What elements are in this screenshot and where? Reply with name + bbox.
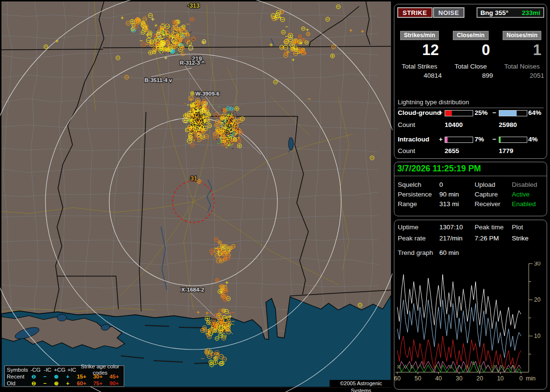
strike-speck [200,126,201,126]
strike-speck [191,122,192,123]
strike-speck [200,108,201,109]
settings-row: Range 313 mi Receiver Enabled [394,200,547,209]
strike-speck [201,106,202,107]
strike-speck [174,30,175,31]
noises-per-min-badge: Noises/min [503,31,541,40]
storm-cell-label: W-3909-6 [195,91,219,97]
strike-speck [201,110,202,111]
uptime-value: 1307:10 [439,224,463,231]
strike-speck [220,127,221,128]
strike-speck [230,139,231,140]
strike-speck [233,113,234,114]
strike-speck [229,113,230,114]
strike-speck [231,133,232,134]
strike-speck [202,107,203,108]
strike-speck [184,53,185,54]
strike-speck [226,123,227,124]
strike-speck [229,140,230,141]
strike-speck [229,132,230,133]
strike-speck [198,112,199,113]
strike-speck [201,116,202,117]
strike-speck [226,121,227,122]
strike-speck [166,38,167,39]
strike-speck [194,122,195,123]
strike-speck [196,128,197,129]
strike-speck [232,122,233,123]
ic-plus-recent-icon: + [62,374,73,380]
settings-row: Persistence 90 min Capture Active [394,191,547,199]
strike-speck [194,110,195,111]
plot-label: Plot [512,224,523,231]
strike-speck [233,127,234,128]
strike-speck [237,116,238,117]
uptime-row: Uptime 1307:10 Peak time Plot [394,224,547,232]
strike-speck [232,133,232,134]
persistence-value: 90 min [439,191,459,198]
strike-speck [223,128,224,129]
strike-speck [192,125,193,126]
strike-speck [190,118,191,119]
strike-speck [195,105,196,106]
strike-speck [199,113,200,114]
strike-speck [201,131,202,132]
trend-graph: 1020306050403020100min [394,262,549,388]
strike-speck [203,119,203,120]
strike-speck [200,120,201,121]
strike-speck [220,132,221,133]
strike-speck [192,118,193,119]
strike-speck [225,139,226,140]
strike-speck [188,129,189,130]
strike-speck [164,54,165,55]
strike-speck [225,130,226,131]
strike-speck [227,121,228,122]
strike-speck [232,118,232,119]
strike-speck [213,326,214,327]
strike-speck [189,32,190,33]
noise-display-button[interactable]: NOISE [433,7,464,18]
strike-speck [223,120,224,121]
strike-speck [200,123,201,124]
strike-speck [196,127,197,128]
strike-speck [202,112,203,113]
strike-speck [193,121,194,122]
strike-speck [220,328,221,329]
legend-col-plus-ic: +IC [66,367,78,373]
strike-speck [228,142,229,143]
strike-speck [235,128,236,129]
strike-speck [196,112,197,113]
strike-speck [228,337,229,338]
strike-speck [192,130,193,131]
upload-label: Upload [475,181,495,188]
strike-speck [191,111,192,112]
total-noises-value: 2051 [498,72,546,79]
count-label: Count [398,147,415,154]
strike-speck [203,111,204,112]
age-code-15: 15+ [73,374,90,380]
noises-per-min-value: 1 [498,42,546,58]
strike-speck [170,28,171,29]
trend-series--IC [397,362,521,373]
legend-col-plus-cg: +CG [54,367,66,373]
strike-speck [231,135,232,136]
strike-speck [199,112,200,113]
strike-speck [196,119,197,120]
strike-speck [232,126,233,127]
legend-old-label: Old [7,380,28,387]
strike-speck [187,112,188,113]
strike-speck [206,118,207,119]
strike-display-button[interactable]: STRIKE [397,7,433,18]
legend-old-row: Old ⊖ − ⊕ + 60+ 75+ 90+ [7,380,122,387]
ic-minus-bar [499,137,527,143]
peak-rate-value: 217/min [439,235,463,242]
strike-speck [222,125,223,126]
strike-speck [204,126,205,127]
strike-speck [200,115,201,116]
strike-speck [188,130,189,131]
strike-speck [219,136,220,137]
plus-sign: + [439,109,443,116]
strike-speck [206,123,207,124]
strike-speck [230,138,231,139]
receiver-status: Enabled [512,200,536,208]
strike-speck [222,136,223,137]
strike-speck [236,117,237,118]
